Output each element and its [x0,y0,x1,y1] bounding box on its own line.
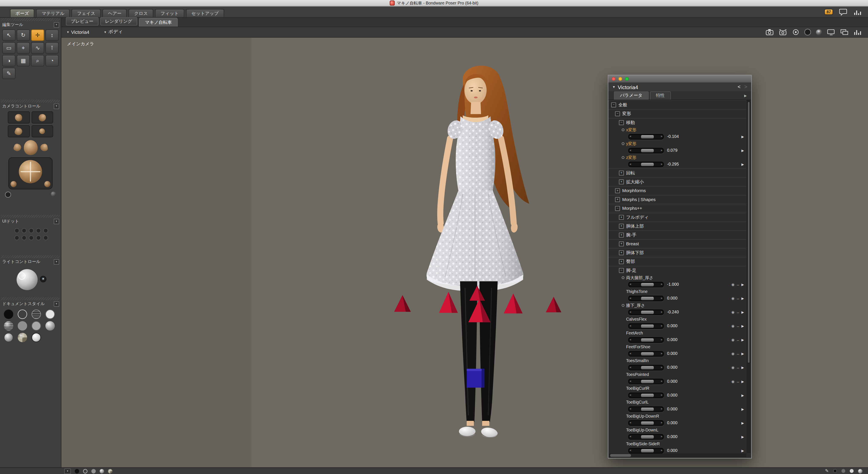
grouping-tool[interactable]: ▦ [17,55,30,67]
parameter-value[interactable]: 0.000 [667,351,684,356]
expand-toggle-icon[interactable]: + [619,170,624,176]
window-titlebar[interactable]: マキノ自転車 - Bondware Poser Pro (64-bit) [0,0,868,7]
face-camera-thumb[interactable] [31,125,53,137]
link-icon[interactable]: ↔ [736,352,740,355]
room-tab-ポーズ[interactable]: ポーズ [10,9,34,17]
posing-camera-control[interactable] [0,140,61,155]
tab-properties[interactable]: 特性 [650,91,671,100]
room-tab-クロス[interactable]: クロス [129,9,153,17]
doc-style-silhouette[interactable] [4,310,13,319]
room-tab-ヘアー[interactable]: ヘアー [102,9,127,17]
body-part-selector[interactable]: ▼ ボディ [104,29,123,35]
left-hand-icon[interactable] [12,143,22,152]
next-arrow-icon[interactable]: ▶ [741,448,744,452]
keyframe-indicator-icon[interactable] [622,276,624,279]
tracking-box-toggle[interactable] [841,469,845,473]
scale-tool[interactable]: ▭ [2,42,15,54]
direct-manipulation-tool[interactable]: ✎ [2,68,15,80]
link-icon[interactable]: ↔ [736,379,740,383]
dial-icon[interactable]: ◉ [732,338,735,342]
expand-toggle-icon[interactable]: + [619,215,624,220]
parameter-value[interactable]: -0.295 [667,162,684,166]
document-tab-プレビュー[interactable]: プレビュー [66,17,98,26]
doc-style-flat-shaded[interactable] [18,321,27,330]
right-camera-thumb[interactable] [31,111,53,123]
pointer-tool[interactable]: ↖ [2,29,15,41]
parameter-group-row[interactable]: −移動 [609,118,746,127]
aperture-icon[interactable] [792,29,800,35]
slider-handle[interactable] [641,380,654,383]
dial-icon[interactable]: ◉ [732,324,735,328]
doc-style-smooth-shaded[interactable] [45,321,55,330]
morphing-tool[interactable]: ◔ [45,55,59,67]
ui-dot-10[interactable] [43,235,48,240]
slider-handle[interactable] [641,407,654,411]
link-icon[interactable]: ↔ [736,324,740,328]
chain-break-tool[interactable]: ⊺ [45,42,59,54]
expand-toggle-icon[interactable]: + [615,188,620,193]
slider-handle[interactable] [641,366,654,369]
style-mini-texture[interactable] [108,469,112,473]
parameter-slider[interactable] [628,337,664,343]
render-stats-icon[interactable] [854,29,861,35]
next-arrow-icon[interactable]: ▶ [741,296,744,300]
collapse-ui-dots-button[interactable]: ▾ [54,219,59,224]
parameter-group-row[interactable]: +腕-手 [609,230,746,239]
actor-selector[interactable]: ▼ Victoria4 [66,29,89,35]
parameter-slider[interactable] [628,378,664,384]
hardware-preview-icon[interactable] [827,29,835,35]
parameter-slider[interactable] [628,282,664,287]
slider-handle[interactable] [641,149,654,152]
parameter-value[interactable]: -0.240 [667,310,684,314]
camera-move-ball[interactable] [44,181,51,187]
parameter-group-row[interactable]: +臀部 [609,257,746,266]
chevron-down-icon[interactable]: ▼ [612,85,616,89]
next-arrow-icon[interactable]: ▶ [741,162,744,166]
ui-dot-2[interactable] [22,228,26,233]
prev-actor-button[interactable]: < [738,84,741,90]
parameter-slider[interactable] [628,351,664,356]
edit-icon[interactable]: ✎ [825,469,829,473]
parameter-group-row[interactable]: −脚-足 [609,266,746,275]
camera-select-dot[interactable] [51,192,56,197]
slider-handle[interactable] [641,338,654,342]
camera-roll-ball[interactable] [10,181,17,187]
add-sphere-icon[interactable] [816,29,822,35]
display-style-dropdown[interactable]: ▾ [64,468,71,474]
collapse-light-controls-button[interactable]: ▾ [54,259,59,265]
view-magnifier-tool[interactable]: ⌕ [31,55,44,67]
slider-handle[interactable] [641,324,654,328]
doc-style-texture-shaded[interactable] [18,333,27,342]
room-tab-マテリアル[interactable]: マテリアル [36,9,70,17]
expand-toggle-icon[interactable]: + [619,232,624,238]
parameter-group-row[interactable]: +フルボディ [609,213,746,221]
dial-icon[interactable]: ◉ [732,310,735,314]
slider-handle[interactable] [641,283,654,286]
next-arrow-icon[interactable]: ▶ [741,310,744,314]
ui-dot-5[interactable] [43,228,48,233]
ui-dot-7[interactable] [22,235,26,240]
parameter-group-row[interactable]: +胴体下部 [609,248,746,257]
minimize-button[interactable] [618,77,622,81]
doc-style-smooth-lined[interactable] [4,333,13,342]
parameter-slider[interactable] [628,309,664,315]
parameter-group-row[interactable]: +回転 [609,168,746,177]
collapse-edit-tools-button[interactable]: ▾ [54,22,59,28]
dial-icon[interactable]: ◉ [732,282,735,287]
slider-handle[interactable] [641,352,654,355]
parameter-group-row[interactable]: −Morphs++ [609,204,746,213]
parameter-value[interactable]: 0.000 [667,448,684,453]
keyframe-indicator-icon[interactable] [622,156,624,159]
scene-figure-victoria4[interactable] [332,55,620,454]
parameter-value[interactable]: 0.000 [667,420,684,425]
slider-handle[interactable] [641,449,654,452]
next-arrow-icon[interactable]: ▶ [741,379,744,383]
slider-handle[interactable] [641,135,654,138]
slider-handle[interactable] [641,310,654,314]
collapse-camera-controls-button[interactable]: ▾ [54,104,59,109]
link-icon[interactable]: ↔ [736,366,740,369]
slider-handle[interactable] [641,435,654,438]
link-icon[interactable]: ↔ [736,282,740,286]
main-camera-icon[interactable] [766,29,774,35]
tab-parameters[interactable]: パラメータ [614,91,649,100]
